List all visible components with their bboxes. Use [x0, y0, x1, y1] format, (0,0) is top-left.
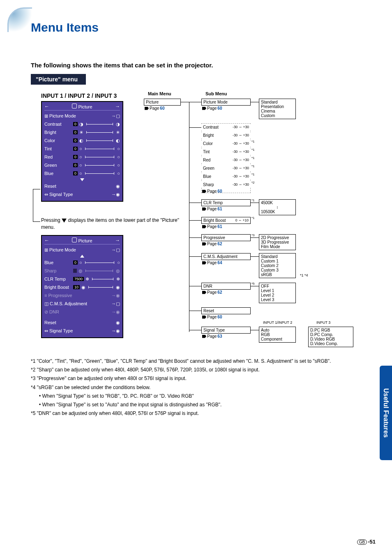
arrow-right-icon [202, 335, 206, 338]
osd-slider-row: Bright0 ☀☀ [44, 128, 120, 136]
osd-clrtemp-row: CLR Temp7500 ❄❄ [44, 275, 120, 283]
range: -30 ↔ +30 [233, 141, 249, 145]
triangle-down-icon [80, 178, 84, 181]
page-link[interactable]: Page 60 [202, 106, 222, 111]
footnote-4b: • When "Signal Type" is set to "Auto" an… [31, 401, 360, 409]
osd-slider-row: Blue0 ○○ [44, 169, 120, 177]
osd-title: Picture [78, 238, 92, 243]
label: Bright [203, 133, 214, 138]
text: Page [207, 260, 217, 265]
osd-label: Progressive [48, 293, 72, 298]
page-num: 62 [217, 290, 222, 295]
sup: *1 [251, 164, 255, 168]
osd-slider-row: Green0 ○○ [44, 161, 120, 169]
page-link[interactable]: Page 61 [202, 224, 222, 229]
value-badge: 0 [73, 130, 78, 134]
label: Bright Boost [203, 218, 226, 223]
connector [251, 203, 259, 203]
osd-panel-bottom: ← Picture → ⊞ Picture Mode →▢ Blue0 ○○ S… [41, 235, 123, 338]
sub-menu-header: Sub Menu [205, 91, 227, 96]
sup: *1 [251, 156, 255, 160]
text: Page [207, 106, 217, 111]
value-badge [73, 269, 77, 273]
page-link[interactable]: Page 60 [202, 315, 222, 319]
osd-slider-row: Tint0 ○○ [44, 145, 120, 153]
connector [189, 127, 201, 128]
opt: Custom 3 [261, 268, 294, 272]
osd-slider-row-disabled: Sharp ◍◍ [44, 267, 120, 275]
footnote-4: *4 "sRGB" can be selected under the cond… [31, 384, 360, 392]
opt-box-signal-in3: D.PC RGB D.PC Comp. D.Video RGB D.Video … [308, 327, 353, 347]
sub-box-signal-type: Signal Type [201, 327, 251, 334]
header-input12: INPUT 1/INPUT 2 [263, 320, 292, 325]
gb-badge: GB [357, 539, 367, 545]
sub-box-red: Red -30 ↔ +30 [201, 157, 251, 163]
sup: *1 [251, 173, 255, 176]
sup: *1 [251, 216, 255, 220]
page-num: 60 [217, 189, 222, 194]
opt: 4500K [261, 200, 294, 205]
press-note: Pressing displays the items on the lower… [41, 217, 181, 231]
sup: *1 *4 [300, 273, 308, 277]
opt: ↕ [261, 205, 294, 210]
opt-box-picture-mode: Standard Presentation Cinema Custom [259, 99, 296, 119]
opt: sRGB [261, 272, 294, 277]
text: Page [207, 334, 217, 339]
opt: Presentation [261, 104, 294, 109]
text: Page [207, 315, 217, 319]
sub-box-clr-temp: CLR Temp [201, 199, 251, 206]
arrow-right-icon [202, 207, 206, 211]
opt: Level 3 [261, 297, 294, 302]
opt: Custom 1 [261, 259, 294, 263]
connector [189, 237, 201, 238]
side-tab-useful-features: Useful Features [380, 366, 392, 460]
opt: Film Mode [261, 244, 294, 249]
label: Color [203, 141, 213, 146]
value-badge: 0 [73, 138, 78, 143]
osd-label: Red [44, 154, 71, 159]
header-input3: INPUT 3 [316, 320, 330, 325]
osd-label: Bright [44, 130, 71, 135]
osd-label: Blue [44, 171, 71, 176]
chevron-right-icon: →◉ [111, 328, 120, 334]
osd-signal-row: ⇔ Signal Type→◉ [44, 190, 120, 198]
label: Tint [203, 150, 210, 154]
page-link[interactable]: Page 62 [202, 290, 222, 295]
text: Page [207, 224, 217, 229]
osd-cms-row: ◫ C.M.S. Adjustment→▢ [44, 300, 120, 308]
page-link[interactable]: Page 60 [145, 106, 164, 111]
osd-label: CLR Temp [44, 276, 71, 281]
range: -30 ↔ +30 [233, 133, 249, 137]
osd-label: Picture Mode [49, 247, 76, 252]
connector [251, 237, 259, 238]
opt-box-cms: Standard Custom 1 Custom 2 Custom 3 sRGB [259, 253, 296, 278]
range: -30 ↔ +30 [233, 150, 249, 154]
opt: Custom [261, 113, 294, 118]
page-link[interactable]: Page 62 [202, 242, 222, 246]
connector [189, 203, 201, 203]
opt-box-clr-temp: 4500K ↕ 10500K [259, 199, 296, 215]
osd-label: Sharp [44, 268, 71, 273]
opt: 3D Progressive [261, 240, 294, 244]
osd-label: Reset [44, 184, 56, 189]
opt: D.PC RGB [310, 328, 351, 332]
arrow-right-icon: → [115, 237, 120, 243]
value-badge: 0 [73, 260, 78, 265]
footnotes: *1 "Color", "Tint", "Red", "Green", "Blu… [31, 357, 360, 418]
page-link[interactable]: Page 64 [202, 260, 222, 265]
slider-icon [92, 279, 113, 279]
picture-icon [72, 237, 77, 242]
opt: D.Video RGB [310, 337, 351, 341]
sup: *1 [251, 140, 255, 143]
sub-box-sharp: Sharp -30 ↔ +30 [201, 182, 251, 188]
chevron-right-icon: →▢ [111, 301, 120, 306]
page-link[interactable]: Page 63 [202, 334, 222, 339]
connector [189, 256, 201, 257]
value-badge: 10 [73, 285, 80, 289]
osd-reset-row: Reset◉ [44, 182, 120, 190]
osd-title: Picture [78, 104, 92, 109]
page-link[interactable]: Page 60 [202, 189, 222, 194]
page-link[interactable]: Page 61 [202, 207, 222, 211]
label: Contrast [203, 125, 219, 129]
osd-label: Green [44, 163, 71, 168]
